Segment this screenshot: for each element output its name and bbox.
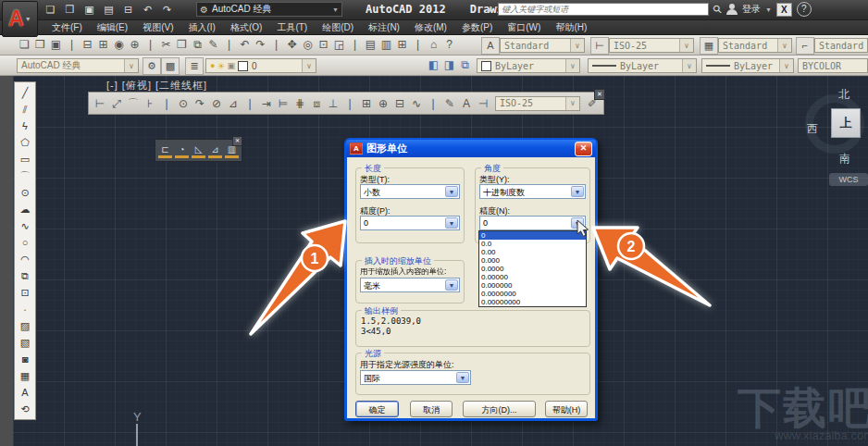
toolbar-icon[interactable]: | [347, 37, 363, 53]
draw-tool-icon[interactable]: ∿ [17, 217, 33, 234]
chevron-down-icon[interactable]: ▼ [765, 6, 772, 13]
color-combo[interactable]: ByLayer ∨ [477, 58, 580, 73]
dimension-tool-icon[interactable]: ⌒ [125, 95, 142, 112]
qat-icon[interactable]: ❏ [43, 2, 58, 17]
dropdown-option[interactable]: 0.0000000 [479, 290, 586, 298]
workspace-save-icon[interactable]: ▩ [161, 57, 180, 75]
dropdown-option[interactable]: 0.000000 [479, 281, 586, 290]
toolbar-icon[interactable]: ⊞ [95, 37, 111, 53]
toolbar-icon[interactable]: ⧉ [190, 37, 205, 53]
dim-style-combo[interactable]: ISO-25 ∨ [609, 38, 694, 53]
draw-tool-icon[interactable]: ⧉ [17, 267, 33, 284]
exchange-apps-icon[interactable]: X [776, 3, 792, 17]
insertion-scale-combo[interactable]: 毫米 ▼ [360, 278, 460, 292]
draw-tool-icon[interactable]: ◙ [17, 351, 33, 367]
help-icon[interactable]: ? [797, 2, 812, 17]
draw-tool-icon[interactable]: ϟ [17, 118, 33, 134]
dimension-tool-icon[interactable]: ⋕ [291, 95, 308, 112]
draw-tool-icon[interactable]: ▦ [17, 367, 33, 384]
toolbar-icon[interactable]: ▥ [378, 37, 394, 53]
draw-tool-icon[interactable]: ⟲ [17, 401, 33, 417]
linetype-combo[interactable]: ByLayer ∨ [588, 58, 697, 73]
viewcube-west-label[interactable]: 西 [807, 121, 818, 137]
qat-icon[interactable]: ↶ [140, 2, 155, 17]
viewcube[interactable]: 上 北 西 南 WCS [796, 80, 868, 189]
plot-style-combo[interactable]: BYCOLOR [798, 58, 868, 73]
toolbar-icon[interactable]: ❏ [17, 37, 32, 53]
mini-tool-icon[interactable]: ◔ [175, 143, 189, 158]
mleader-style-combo[interactable]: Standard [814, 38, 868, 53]
dropdown-option[interactable]: 0 [479, 231, 586, 240]
cancel-button[interactable]: 取消 [410, 401, 453, 417]
dropdown-option[interactable]: 0.0 [479, 240, 586, 248]
dimension-tool-icon[interactable]: ⊦ [142, 95, 158, 112]
menu-item[interactable]: 格式(O) [223, 20, 269, 35]
close-icon[interactable]: ✕ [232, 136, 242, 146]
dim-style-combo-floating[interactable]: ISO-25 ∨ [495, 96, 580, 111]
layer-properties-icon[interactable]: ≣ [185, 57, 204, 75]
draw-tool-icon[interactable]: A [17, 384, 33, 401]
layer-freeze-sun-icon[interactable]: ☀ [217, 61, 225, 71]
draw-tool-icon[interactable]: ╱ [17, 84, 33, 101]
dimension-tool-icon[interactable]: ∿ [408, 95, 425, 112]
qat-icon[interactable]: ↷ [159, 2, 175, 17]
workspaces-combo[interactable]: AutoCAD 经典 ∨ [17, 58, 139, 73]
close-icon[interactable]: ✕ [594, 89, 605, 100]
toolbar-icon[interactable]: ✂ [158, 37, 174, 53]
toolbar-icon[interactable]: ✥ [284, 37, 300, 53]
dimension-tool-icon[interactable]: | [341, 95, 358, 112]
draw-tool-icon[interactable]: ◠ [17, 251, 33, 267]
workspace-combo[interactable]: ⚙ AutoCAD 经典 ▼ [196, 2, 342, 17]
toolbar-icon[interactable]: ⌂ [426, 37, 441, 53]
draw-tool-icon[interactable]: ▨ [17, 317, 33, 334]
lighting-units-combo[interactable]: 国际 ▼ [360, 370, 471, 385]
dimension-tool-icon[interactable]: ↷ [192, 95, 208, 112]
dropdown-option[interactable]: 0.000 [479, 256, 586, 265]
toolbar-icon[interactable]: ▣ [48, 37, 64, 53]
search-input[interactable] [498, 3, 709, 16]
dimension-tool-icon[interactable]: ⧈ [308, 95, 325, 112]
layer-on-bulb-icon[interactable]: ● [210, 61, 215, 70]
dimension-tool-icon[interactable]: | [425, 95, 441, 112]
workspace-settings-gear-icon[interactable]: ⚙ [143, 57, 161, 75]
ok-button[interactable]: 确定 [355, 401, 399, 417]
dropdown-option[interactable]: 0.00000000 [479, 298, 586, 306]
dimension-tool-icon[interactable]: A [458, 95, 475, 112]
menu-item[interactable]: 绘图(D) [315, 20, 361, 35]
layer-tool-icon[interactable]: ◨ [441, 57, 457, 73]
menu-item[interactable]: 插入(I) [180, 20, 222, 35]
dimension-tool-icon[interactable]: ⇥ [258, 95, 275, 112]
mini-tool-icon[interactable]: ◺ [192, 143, 205, 158]
toolbar-icon[interactable]: ❐ [174, 37, 190, 53]
dimension-tool-icon[interactable]: ⊘ [208, 95, 225, 112]
toolbar-icon[interactable]: | [410, 37, 426, 53]
draw-tool-icon[interactable]: ☁ [17, 201, 33, 217]
draw-tool-icon[interactable]: ⫽ [17, 101, 33, 118]
toolbar-icon[interactable]: | [268, 37, 284, 53]
lineweight-combo[interactable]: ByLayer ∨ [701, 58, 794, 73]
toolbar-icon[interactable]: ▤ [363, 37, 378, 53]
angle-precision-combo[interactable]: 0 ▼ [479, 216, 586, 230]
direction-button[interactable]: 方向(D)... [463, 401, 536, 417]
draw-tool-icon[interactable]: ⊙ [17, 184, 33, 201]
toolbar-icon[interactable]: ❒ [32, 37, 48, 53]
toolbar-icon[interactable]: ◉ [111, 37, 127, 53]
dimension-tool-icon[interactable]: ⤢ [108, 95, 125, 112]
dimension-tool-icon[interactable]: | [158, 95, 175, 112]
layer-combo[interactable]: ● ☀ ▣ 0 ∨ [205, 58, 316, 73]
draw-tool-icon[interactable]: ▭ [17, 151, 33, 167]
toolbar-icon[interactable]: | [221, 37, 237, 53]
menu-item[interactable]: 文件(F) [44, 20, 90, 35]
toolbar-icon[interactable]: ◎ [300, 37, 316, 53]
dimension-tool-icon[interactable]: ⊟ [391, 95, 408, 112]
dimension-tool-icon[interactable]: ⊿ [225, 95, 242, 112]
length-precision-combo[interactable]: 0 ▼ [360, 216, 460, 230]
wcs-menu[interactable]: WCS [829, 173, 868, 186]
menu-item[interactable]: 标注(N) [361, 20, 407, 35]
qat-icon[interactable]: ❒ [62, 2, 78, 17]
menu-item[interactable]: 视图(V) [135, 20, 180, 35]
toolbar-icon[interactable]: | [64, 37, 80, 53]
dimension-tool-icon[interactable]: ⊣ [475, 95, 491, 112]
layer-tool-icon[interactable]: ◧ [426, 57, 441, 73]
dialog-title-bar[interactable]: A 图形单位 ✕ [346, 140, 596, 157]
